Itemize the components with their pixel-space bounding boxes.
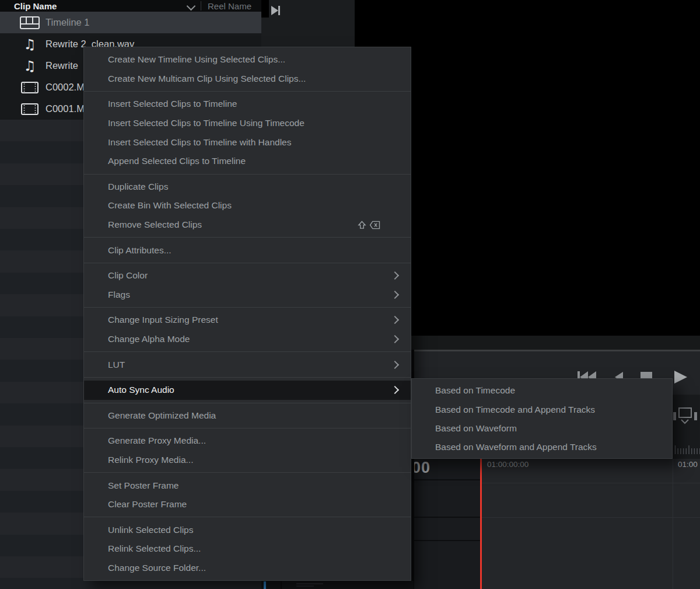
current-timecode-fragment: 00 xyxy=(412,459,430,477)
menu-item-lut[interactable]: LUT xyxy=(84,355,411,374)
menu-item-change-input-sizing-preset[interactable]: Change Input Sizing Preset xyxy=(84,311,411,330)
menu-group: Change Input Sizing PresetChange Alpha M… xyxy=(84,308,411,351)
menu-item-label: Relink Selected Clips... xyxy=(108,543,201,554)
menu-item-label: Relink Proxy Media... xyxy=(108,455,193,465)
menu-item-auto-sync-audio[interactable]: Auto Sync Audio xyxy=(84,381,411,400)
menu-item-label: Create Bin With Selected Clips xyxy=(108,200,232,211)
menu-item-label: Duplicate Clips xyxy=(108,182,168,192)
menu-item-generate-optimized-media[interactable]: Generate Optimized Media xyxy=(84,406,411,426)
music-note-icon: ♫ xyxy=(23,59,36,73)
track-divider xyxy=(482,517,700,518)
menu-item-clip-attributes[interactable]: Clip Attributes... xyxy=(84,241,411,260)
menu-item-label: Generate Optimized Media xyxy=(108,410,216,421)
track-divider xyxy=(414,540,480,541)
timecode-ruler-label: 01:00 xyxy=(678,460,698,469)
menu-item-label: Append Selected Clips to Timeline xyxy=(108,156,246,166)
submenu-item-label: Based on Waveform xyxy=(435,423,517,434)
menu-item-label: Insert Selected Clips to Timeline Using … xyxy=(108,118,304,128)
chevron-down-icon[interactable] xyxy=(187,2,196,11)
column-divider[interactable] xyxy=(201,1,201,11)
chevron-right-icon xyxy=(391,335,399,343)
menu-item-insert-selected-clips-to-timeline[interactable]: Insert Selected Clips to Timeline xyxy=(84,95,411,114)
timeline-track-area[interactable]: 01:00:00:00 01:00 xyxy=(482,459,700,589)
menu-item-label: Clip Color xyxy=(108,270,148,281)
timeline-view-options-icon[interactable] xyxy=(673,407,700,425)
menu-item-clear-poster-frame[interactable]: Clear Poster Frame xyxy=(84,495,411,514)
menu-item-relink-selected-clips[interactable]: Relink Selected Clips... xyxy=(84,539,411,559)
clip-name-label: C0001.M xyxy=(46,103,85,114)
menu-group: Clip ColorFlags xyxy=(84,263,411,307)
chevron-right-icon xyxy=(391,386,399,394)
track-divider xyxy=(414,479,480,480)
column-header-clip-name[interactable]: Clip Name xyxy=(0,1,57,11)
menu-item-insert-selected-clips-to-timeline-with-handles[interactable]: Insert Selected Clips to Timeline with H… xyxy=(84,133,411,152)
menu-group: Generate Proxy Media...Relink Proxy Medi… xyxy=(84,428,411,472)
timecode-ruler-ticks xyxy=(674,444,700,454)
menu-item-insert-selected-clips-to-timeline-using-timecode[interactable]: Insert Selected Clips to Timeline Using … xyxy=(84,114,411,133)
timeline-timecode-display-area: 00 xyxy=(414,459,480,589)
menu-item-label: Clip Attributes... xyxy=(108,245,172,256)
menu-item-label: LUT xyxy=(108,360,125,370)
menu-item-label: Generate Proxy Media... xyxy=(108,435,206,446)
menu-item-remove-selected-clips[interactable]: Remove Selected Clips xyxy=(84,215,411,235)
submenu-item-label: Based on Waveform and Append Tracks xyxy=(435,442,597,452)
menu-item-label: Change Alpha Mode xyxy=(108,334,190,344)
shift-icon xyxy=(358,221,366,229)
menu-item-label: Insert Selected Clips to Timeline with H… xyxy=(108,137,291,148)
menu-group: Insert Selected Clips to TimelineInsert … xyxy=(84,92,411,173)
menu-item-unlink-selected-clips[interactable]: Unlink Selected Clips xyxy=(84,520,411,539)
backspace-icon xyxy=(369,221,380,229)
menu-item-label: Change Source Folder... xyxy=(108,563,206,573)
menu-item-create-bin-with-selected-clips[interactable]: Create Bin With Selected Clips xyxy=(84,196,411,215)
column-header-reel-name[interactable]: Reel Name xyxy=(208,0,251,12)
playhead[interactable] xyxy=(480,459,482,589)
menu-item-label: Change Input Sizing Preset xyxy=(108,315,218,325)
menu-group: Generate Optimized Media xyxy=(84,403,411,428)
menu-item-flags[interactable]: Flags xyxy=(84,285,411,305)
film-clip-icon xyxy=(21,103,38,115)
menu-item-append-selected-clips-to-timeline[interactable]: Append Selected Clips to Timeline xyxy=(84,152,411,171)
menu-item-clip-color[interactable]: Clip Color xyxy=(84,266,411,285)
menu-item-set-poster-frame[interactable]: Set Poster Frame xyxy=(84,476,411,495)
shortcut-hint xyxy=(358,221,380,229)
submenu-item-based-on-timecode-and-append-tracks[interactable]: Based on Timecode and Append Tracks xyxy=(412,400,672,419)
auto-sync-audio-submenu: Based on TimecodeBased on Timecode and A… xyxy=(411,378,673,459)
menu-item-duplicate-clips[interactable]: Duplicate Clips xyxy=(84,177,411,197)
timecode-ruler-label: 01:00:00:00 xyxy=(487,460,528,469)
track-divider xyxy=(482,483,700,483)
play-icon xyxy=(674,371,687,384)
clip-name-label: Rewrite xyxy=(46,60,78,71)
track-color-bar xyxy=(264,581,266,589)
clip-context-menu: Create New Timeline Using Selected Clips… xyxy=(83,47,411,581)
menu-item-label: Create New Timeline Using Selected Clips… xyxy=(108,54,285,65)
panel-divider xyxy=(261,0,269,18)
menu-item-label: Unlink Selected Clips xyxy=(108,525,193,535)
menu-item-create-new-multicam-clip-using-selected-clips[interactable]: Create New Multicam Clip Using Selected … xyxy=(84,69,411,89)
timeline-icon xyxy=(20,16,40,29)
menu-group: Clip Attributes... xyxy=(84,238,411,263)
chevron-right-icon xyxy=(391,361,399,369)
clip-name-label: C0002.M xyxy=(46,82,85,93)
submenu-item-label: Based on Timecode xyxy=(435,385,515,396)
submenu-item-based-on-waveform[interactable]: Based on Waveform xyxy=(412,419,672,438)
menu-item-change-alpha-mode[interactable]: Change Alpha Mode xyxy=(84,330,411,349)
menu-item-label: Clear Poster Frame xyxy=(108,499,187,510)
track-header-divider xyxy=(281,581,282,589)
submenu-item-based-on-timecode[interactable]: Based on Timecode xyxy=(412,381,672,400)
chevron-right-icon xyxy=(391,291,399,299)
skip-to-end-icon[interactable] xyxy=(270,5,282,16)
media-pool-header: Clip Name Reel Name xyxy=(0,0,261,12)
menu-item-label: Insert Selected Clips to Timeline xyxy=(108,99,237,109)
ruler-gridline xyxy=(673,459,673,589)
menu-group: Create New Timeline Using Selected Clips… xyxy=(84,47,411,91)
music-note-icon: ♫ xyxy=(23,37,36,51)
menu-item-change-source-folder[interactable]: Change Source Folder... xyxy=(84,559,411,578)
submenu-item-label: Based on Timecode and Append Tracks xyxy=(435,405,595,415)
menu-item-label: Set Poster Frame xyxy=(108,480,178,491)
menu-item-label: Remove Selected Clips xyxy=(108,219,202,230)
submenu-item-based-on-waveform-and-append-tracks[interactable]: Based on Waveform and Append Tracks xyxy=(412,438,672,456)
media-pool-row-timeline-1[interactable]: Timeline 1 xyxy=(0,12,261,33)
menu-item-relink-proxy-media[interactable]: Relink Proxy Media... xyxy=(84,451,411,470)
menu-item-create-new-timeline-using-selected-clips[interactable]: Create New Timeline Using Selected Clips… xyxy=(84,50,411,69)
menu-item-generate-proxy-media[interactable]: Generate Proxy Media... xyxy=(84,431,411,451)
